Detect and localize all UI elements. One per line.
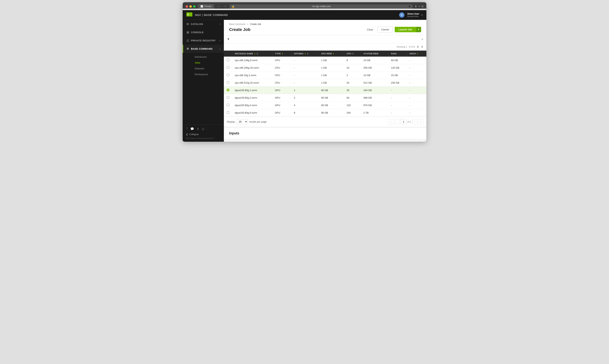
cell-system-mem: 2 TB <box>361 109 388 117</box>
radio-button[interactable] <box>226 96 229 99</box>
help-icon[interactable]: ? <box>186 127 188 131</box>
tabs-icon[interactable]: ⧉ <box>422 5 423 8</box>
cell-raid: - <box>388 102 407 109</box>
filter-clear-button[interactable]: ✕ <box>421 38 423 41</box>
new-tab-icon[interactable]: + <box>419 5 420 8</box>
sidebar-item-console[interactable]: ▤ CONSOLE <box>183 28 224 36</box>
radio-cell[interactable] <box>224 109 232 117</box>
table-row[interactable]: dgxa100.80g.8.norm GPU 8 80 GB 240 2 TB … <box>224 109 426 117</box>
last-page-button[interactable]: » <box>418 119 423 124</box>
upload-icon[interactable]: ⬆ <box>197 127 199 131</box>
radio-button[interactable] <box>226 74 229 77</box>
radio-cell[interactable] <box>224 87 232 94</box>
cpu-sort-icon[interactable]: ⇅ <box>352 53 354 55</box>
radio-cell[interactable] <box>224 79 232 87</box>
type-filter-icon[interactable]: ▼ <box>281 53 283 55</box>
sidebar-bottom-icons: ? 💬 ⬆ ◎ <box>186 127 220 131</box>
radio-button[interactable] <box>226 58 229 62</box>
settings-icon[interactable]: ◎ <box>202 127 204 131</box>
radio-button[interactable] <box>226 104 229 106</box>
table-row[interactable]: dgxa100.80g.4.norm GPU 4 80 GB 120 976 G… <box>224 102 426 109</box>
table-row[interactable]: cpu.x86.256g.16.norm CPU - 1 GB 16 256 G… <box>224 64 426 72</box>
browser-tab[interactable]: ⬜ Private <box>198 4 214 9</box>
sidebar-base-command-label: BASE COMMAND <box>191 47 213 50</box>
download-icon[interactable]: ⬇ <box>421 45 423 49</box>
cell-type: GPU <box>272 109 291 117</box>
instance-filter-icon[interactable]: ▼ <box>254 53 256 55</box>
cell-arch: - <box>407 109 426 117</box>
address-bar[interactable]: 🔒 bc.ngc.nvidia.com ↻ <box>230 4 412 9</box>
private-registry-icon: ◫ <box>186 39 189 42</box>
breadcrumb-parent[interactable]: Base Command <box>229 23 245 26</box>
th-gpu-mem[interactable]: GPU MEM ▼ <box>318 51 344 57</box>
launch-job-dropdown-button[interactable]: ▾ <box>416 27 421 32</box>
arch-filter-icon[interactable]: ▼ <box>417 53 419 55</box>
launch-job-button[interactable]: Launch Job <box>395 27 416 32</box>
table-row[interactable]: dgxa100.80g.1.norm GPU 1 80 GB 30 244 GB… <box>224 87 426 94</box>
th-gpu-mig[interactable]: GPU/MIG ▼ ⇅ <box>291 51 318 57</box>
sidebar-item-datasets[interactable]: Datasets <box>191 65 224 71</box>
collapse-button[interactable]: ❮ Collapse <box>186 133 220 136</box>
sidebar-item-private-registry[interactable]: ◫ PRIVATE REGISTRY ▾ <box>183 36 224 45</box>
th-arch[interactable]: ARCH ▼ <box>407 51 426 57</box>
gpu-mig-filter-icon[interactable]: ▼ <box>304 53 306 55</box>
page-title: Create Job <box>229 27 251 32</box>
fullscreen-button[interactable] <box>193 5 196 8</box>
cell-gpu-mem: 1 GB <box>318 79 344 87</box>
cell-system-mem: 976 GB <box>361 102 388 109</box>
minimize-button[interactable] <box>189 5 192 8</box>
reload-icon[interactable]: ↻ <box>409 5 411 8</box>
catalog-chevron-icon: ▾ <box>219 23 221 25</box>
radio-button[interactable] <box>226 111 229 114</box>
table-row[interactable]: cpu.x86.32g.2.norm CPU - 1 GB 2 10 GB 15… <box>224 72 426 79</box>
per-page-select[interactable]: 251050100 <box>237 119 248 124</box>
cell-raid: 60 GB <box>388 57 407 64</box>
radio-button[interactable] <box>226 81 229 84</box>
forward-button[interactable]: → <box>222 4 227 8</box>
radio-cell[interactable] <box>224 64 232 72</box>
th-instance-name[interactable]: INSTANCE NAME ▼ ⇅ <box>232 51 272 57</box>
cell-gpu-mig: - <box>291 79 318 87</box>
sidebar-item-catalog[interactable]: ⊞ CATALOG ▾ <box>183 20 224 28</box>
gpu-mem-filter-icon[interactable]: ▼ <box>332 53 334 55</box>
th-instance-name-label: INSTANCE NAME <box>235 52 253 55</box>
back-button[interactable]: ← <box>216 4 221 8</box>
cell-cpu: 2 <box>344 72 361 79</box>
user-menu-chevron[interactable]: ▾ <box>422 14 423 16</box>
instance-sort-icon[interactable]: ⇅ <box>256 53 258 55</box>
launch-job-group: Launch Job ▾ <box>395 27 421 32</box>
next-page-button[interactable]: › <box>412 119 417 124</box>
table-row[interactable]: cpu.x86.512g.32.norm CPU - 1 GB 32 512 G… <box>224 79 426 87</box>
sidebar-item-base-command[interactable]: ⚙ BASE COMMAND ▴ <box>183 45 224 53</box>
share-icon[interactable]: ⬆ <box>415 5 417 8</box>
radio-cell[interactable] <box>224 72 232 79</box>
th-raid: RAID <box>388 51 407 57</box>
radio-button[interactable] <box>226 66 229 69</box>
th-cpu[interactable]: CPU ⇅ <box>344 51 361 57</box>
cell-system-mem: 10 GB <box>361 57 388 64</box>
prev-page-button[interactable]: ‹ <box>395 119 400 124</box>
sidebar-item-workspaces[interactable]: Workspaces <box>191 71 224 77</box>
cell-type: CPU <box>272 72 291 79</box>
radio-button[interactable] <box>226 89 229 91</box>
column-settings-icon[interactable]: ⚙ <box>417 45 419 49</box>
cancel-button[interactable]: Cancel <box>377 27 393 32</box>
page-input[interactable] <box>400 119 407 124</box>
th-type[interactable]: TYPE ▼ <box>272 51 291 57</box>
radio-cell[interactable] <box>224 102 232 109</box>
radio-cell[interactable] <box>224 94 232 102</box>
sidebar-item-jobs[interactable]: Jobs <box>191 60 224 65</box>
radio-cell[interactable] <box>224 57 232 64</box>
close-button[interactable] <box>186 5 188 8</box>
first-page-button[interactable]: « <box>388 119 394 124</box>
sidebar-item-dashboard[interactable]: Dashboard <box>191 54 224 60</box>
filter-icon[interactable]: ▼ <box>227 38 230 41</box>
tab-label: Private <box>204 5 211 8</box>
gpu-mig-sort-icon[interactable]: ⇅ <box>307 53 309 55</box>
table-row[interactable]: cpu.x86.128g.8.norm CPU - 1 GB 8 10 GB 6… <box>224 57 426 64</box>
cell-instance-name: dgxa100.80g.4.norm <box>232 102 272 109</box>
chat-icon[interactable]: 💬 <box>190 127 194 131</box>
th-arch-label: ARCH <box>410 52 416 55</box>
table-row[interactable]: dgxa100.80g.2.norm GPU 2 80 GB 60 488 GB… <box>224 94 426 102</box>
clear-button[interactable]: Clear <box>365 27 375 32</box>
